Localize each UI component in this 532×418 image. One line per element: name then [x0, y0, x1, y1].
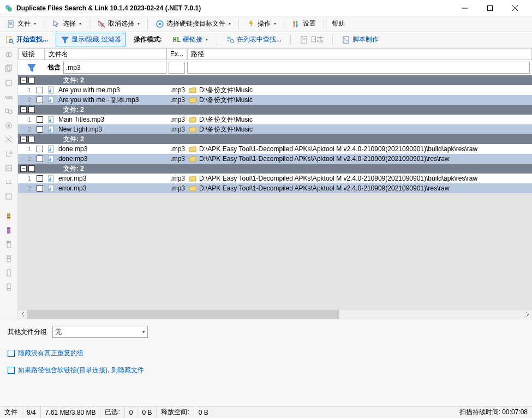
collapse-icon[interactable]	[20, 136, 27, 142]
side-btn-lz[interactable]: LZ	[3, 177, 14, 188]
svg-rect-57	[7, 270, 10, 276]
script-make-button[interactable]: 脚本制作	[338, 34, 382, 45]
row-path: D:\APK Easy Tool\1-Decompiled APKs\Apkto…	[198, 145, 532, 153]
group-header[interactable]: 文件: 2	[18, 105, 532, 115]
side-btn-3[interactable]	[3, 77, 14, 88]
side-btn-9[interactable]	[3, 163, 14, 174]
row-checkbox[interactable]	[34, 126, 45, 133]
row-checkbox[interactable]	[34, 175, 45, 182]
search-doc-icon	[5, 35, 14, 44]
audio-file-icon	[45, 175, 57, 182]
horizontal-scrollbar[interactable]	[18, 309, 532, 319]
side-strip-1[interactable]	[3, 211, 14, 222]
sidebar-toolbar: ABC LZ	[0, 48, 18, 319]
log-icon	[300, 35, 308, 44]
row-ext: .mp3	[166, 116, 187, 123]
svg-rect-55	[7, 256, 10, 257]
side-btn-10[interactable]	[3, 191, 14, 202]
filter-filename-input[interactable]	[63, 62, 166, 74]
table-row[interactable]: 1Main Titles.mp3.mp3D:\备份文件\Music	[18, 115, 532, 124]
group-checkbox[interactable]	[28, 165, 35, 172]
row-checkbox[interactable]	[34, 87, 45, 93]
hardlink-mode-button[interactable]: HL 硬链接▾	[170, 34, 211, 45]
row-checkbox[interactable]	[34, 116, 45, 123]
status-free-label: 释放空间:	[157, 407, 194, 418]
table-row[interactable]: 1done.mp3.mp3D:\APK Easy Tool\1-Decompil…	[18, 144, 532, 154]
group-header[interactable]: 文件: 2	[18, 75, 532, 85]
table-row[interactable]: 1Are you with me.mp3.mp3D:\备份文件\Music	[18, 85, 532, 95]
side-btn-6[interactable]	[3, 120, 14, 131]
menu-operate[interactable]: 操作▾	[243, 18, 279, 29]
row-ext: .mp3	[166, 126, 187, 133]
hide-no-dup-checkbox[interactable]: 隐藏没有真正重复的组	[8, 349, 524, 358]
folder-icon	[187, 175, 198, 182]
row-checkbox[interactable]	[34, 156, 45, 162]
table-row[interactable]: 1error.mp3.mp3D:\APK Easy Tool\1-Decompi…	[18, 174, 532, 183]
menu-file[interactable]: 文件▾	[3, 18, 39, 29]
group-checkbox[interactable]	[28, 77, 35, 83]
side-btn-8[interactable]	[3, 148, 14, 159]
status-files-label: 文件	[0, 407, 22, 418]
col-ext[interactable]: Ex...	[166, 48, 187, 59]
maximize-button[interactable]	[477, 0, 503, 16]
cursor-cancel-icon	[97, 20, 106, 28]
row-path: D:\APK Easy Tool\1-Decompiled APKs\Apkto…	[198, 184, 532, 192]
group-checkbox[interactable]	[28, 136, 35, 142]
svg-rect-48	[7, 217, 10, 218]
log-button[interactable]: 日志	[296, 34, 327, 45]
side-strip-6[interactable]	[3, 282, 14, 292]
side-btn-5[interactable]	[3, 106, 14, 117]
group-header[interactable]: 文件: 2	[18, 134, 532, 144]
col-path[interactable]: 路径	[187, 48, 532, 59]
svg-rect-47	[7, 216, 10, 216]
scroll-right-icon[interactable]	[523, 310, 532, 319]
table-row[interactable]: 2New Light.mp3.mp3D:\备份文件\Music	[18, 124, 532, 134]
hide-softlink-checkbox[interactable]: 如果路径包含软链接(目录连接), 则隐藏文件	[8, 366, 524, 375]
row-index: 2	[18, 126, 34, 133]
side-strip-5[interactable]	[3, 267, 14, 278]
find-in-list-button[interactable]: 在列表中查找...	[223, 34, 285, 45]
toggle-filter-button[interactable]: 显示/隐藏 过滤器	[56, 33, 126, 46]
table-row[interactable]: 2error.mp3.mp3D:\APK Easy Tool\1-Decompi…	[18, 183, 532, 193]
scroll-thumb[interactable]	[27, 310, 339, 319]
collapse-icon[interactable]	[20, 165, 27, 172]
filter-ext-input[interactable]	[169, 62, 185, 74]
group-checkbox[interactable]	[28, 106, 35, 113]
group-header[interactable]: 文件: 2	[18, 164, 532, 174]
side-strip-2[interactable]	[3, 225, 14, 236]
audio-file-icon	[45, 96, 57, 104]
minimize-button[interactable]	[452, 0, 477, 16]
menu-select-hardlink[interactable]: 选择硬链接目标文件▾	[152, 18, 234, 29]
filter-path-input[interactable]	[187, 62, 530, 74]
scroll-left-icon[interactable]	[18, 310, 27, 319]
side-strip-4[interactable]	[3, 253, 14, 264]
side-btn-4[interactable]: ABC	[3, 92, 14, 103]
row-index: 1	[18, 116, 34, 123]
close-button[interactable]	[503, 0, 528, 16]
row-checkbox[interactable]	[34, 185, 45, 192]
side-btn-1[interactable]	[3, 49, 14, 60]
start-search-button[interactable]: 开始查找...	[2, 34, 51, 45]
audio-file-icon	[45, 126, 57, 133]
row-checkbox[interactable]	[34, 97, 45, 103]
svg-rect-50	[7, 228, 10, 229]
side-btn-2[interactable]	[3, 63, 14, 74]
menu-settings[interactable]: 设置	[289, 18, 319, 29]
chevron-down-icon: ▾	[274, 21, 276, 26]
table-row[interactable]: 2done.mp3.mp3D:\APK Easy Tool\1-Decompil…	[18, 154, 532, 164]
side-strip-3[interactable]	[3, 239, 14, 250]
menu-unselect[interactable]: 取消选择▾	[94, 18, 143, 29]
side-btn-7[interactable]	[3, 134, 14, 145]
table-row[interactable]: 2Are you with me - 副本.mp3.mp3D:\备份文件\Mus…	[18, 95, 532, 105]
collapse-icon[interactable]	[20, 77, 27, 83]
menu-help[interactable]: 帮助	[328, 18, 348, 29]
wrench-icon	[292, 20, 301, 28]
menu-select[interactable]: 选择▾	[49, 18, 85, 29]
folder-icon	[187, 184, 198, 192]
svg-point-31	[8, 52, 11, 57]
row-checkbox[interactable]	[34, 146, 45, 152]
col-filename[interactable]: 文件名	[45, 48, 166, 59]
other-group-select[interactable]: 无 ▾	[52, 326, 148, 338]
col-link[interactable]: 链接	[18, 48, 45, 59]
collapse-icon[interactable]	[20, 106, 27, 113]
